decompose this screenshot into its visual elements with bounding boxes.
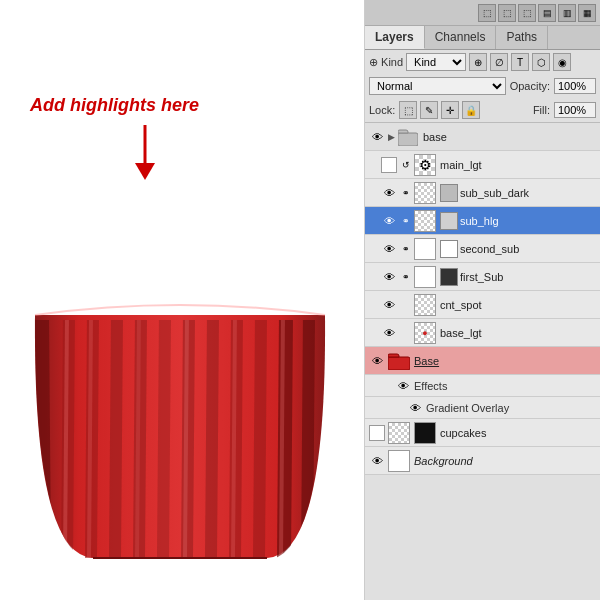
Base-group-header[interactable]: 👁 Base: [365, 347, 600, 375]
toolbar-icon-3[interactable]: ⬚: [518, 4, 536, 22]
effects-row: 👁 Effects: [365, 375, 600, 397]
background-thumb: [388, 450, 410, 472]
gradient-visibility[interactable]: 👁: [407, 400, 423, 416]
cnt-spot-link: [400, 297, 412, 313]
Base-group-name: Base: [414, 355, 596, 367]
effects-visibility[interactable]: 👁: [395, 378, 411, 394]
kind-label: ⊕ Kind: [369, 56, 403, 69]
lock-transparency-icon[interactable]: ⬚: [399, 101, 417, 119]
cupcakes-thumb: [388, 422, 410, 444]
cupcake-illustration: [15, 290, 345, 570]
lock-paint-icon[interactable]: ✎: [420, 101, 438, 119]
main-lgt-name: main_lgt: [440, 159, 596, 171]
sub-sub-dark-mask: [440, 184, 458, 202]
layer-cnt-spot[interactable]: 👁 cnt_spot: [365, 291, 600, 319]
layer-background[interactable]: 👁 Background: [365, 447, 600, 475]
second-sub-link: ⚭: [400, 241, 412, 257]
base-lgt-visibility[interactable]: 👁: [381, 325, 397, 341]
main-lgt-thumb: ⚙: [414, 154, 436, 176]
fill-input[interactable]: [554, 102, 596, 118]
panel-tabs: Layers Channels Paths: [365, 26, 600, 50]
main-lgt-visibility[interactable]: [381, 157, 397, 173]
second-sub-mask: [440, 240, 458, 258]
base-group-name: base: [423, 131, 596, 143]
kind-icon-4[interactable]: ◉: [553, 53, 571, 71]
layer-sub-sub-dark[interactable]: 👁 ⚭ sub_sub_dark: [365, 179, 600, 207]
gradient-label: Gradient Overlay: [426, 402, 509, 414]
layer-main-lgt[interactable]: ↺ ⚙ main_lgt: [365, 151, 600, 179]
kind-icon-T[interactable]: T: [511, 53, 529, 71]
sub-sub-dark-thumb: [414, 182, 436, 204]
second-sub-thumb: [414, 238, 436, 260]
toolbar-icon-4[interactable]: ▤: [538, 4, 556, 22]
base-folder-icon: [397, 126, 419, 148]
lock-label: Lock:: [369, 104, 395, 116]
tab-paths[interactable]: Paths: [496, 26, 548, 49]
cupcakes-name: cupcakes: [440, 427, 596, 439]
base-lgt-link: [400, 325, 412, 341]
layer-first-sub[interactable]: 👁 ⚭ first_Sub: [365, 263, 600, 291]
toolbar-icon-6[interactable]: ▦: [578, 4, 596, 22]
first-sub-visibility[interactable]: 👁: [381, 269, 397, 285]
kind-icon-2[interactable]: ∅: [490, 53, 508, 71]
first-sub-name: first_Sub: [460, 271, 596, 283]
Base-visibility-icon[interactable]: 👁: [369, 353, 385, 369]
layer-second-sub[interactable]: 👁 ⚭ second_sub: [365, 235, 600, 263]
sub-sub-dark-visibility[interactable]: 👁: [381, 185, 397, 201]
panel-toolbar: ⬚ ⬚ ⬚ ▤ ▥ ▦: [365, 0, 600, 26]
effects-label: Effects: [414, 380, 447, 392]
annotation-text: Add highlights here: [30, 95, 199, 116]
lock-move-icon[interactable]: ✛: [441, 101, 459, 119]
background-visibility[interactable]: 👁: [369, 453, 385, 469]
cupcakes-thumb2: [414, 422, 436, 444]
canvas-area: Add highlights here: [0, 0, 365, 600]
Base-folder-icon: [388, 350, 410, 372]
opacity-label: Opacity:: [510, 80, 550, 92]
sub-hlg-link: ⚭: [400, 213, 412, 229]
annotation-arrow: [125, 125, 165, 185]
second-sub-name: second_sub: [460, 243, 596, 255]
toolbar-icon-5[interactable]: ▥: [558, 4, 576, 22]
opacity-input[interactable]: [554, 78, 596, 94]
gradient-overlay-row: 👁 Gradient Overlay: [365, 397, 600, 419]
sub-sub-dark-name: sub_sub_dark: [460, 187, 596, 199]
main-lgt-link: ↺: [400, 157, 412, 173]
sub-sub-dark-link: ⚭: [400, 185, 412, 201]
lock-all-icon[interactable]: 🔒: [462, 101, 480, 119]
cupcakes-visibility[interactable]: [369, 425, 385, 441]
base-lgt-name: base_lgt: [440, 327, 596, 339]
toolbar-icon-2[interactable]: ⬚: [498, 4, 516, 22]
base-group-header[interactable]: 👁 ▶ base: [365, 123, 600, 151]
first-sub-mask: [440, 268, 458, 286]
layer-sub-hlg[interactable]: 👁 ⚭ sub_hlg: [365, 207, 600, 235]
layer-cupcakes[interactable]: cupcakes: [365, 419, 600, 447]
layers-panel: ⬚ ⬚ ⬚ ▤ ▥ ▦ Layers Channels Paths ⊕ Kind…: [365, 0, 600, 600]
sub-hlg-thumb: [414, 210, 436, 232]
base-lgt-thumb: ●: [414, 322, 436, 344]
sub-hlg-name: sub_hlg: [460, 215, 596, 227]
tab-layers[interactable]: Layers: [365, 26, 425, 49]
kind-icon-3[interactable]: ⬡: [532, 53, 550, 71]
first-sub-link: ⚭: [400, 269, 412, 285]
fill-label: Fill:: [533, 104, 550, 116]
layer-base-lgt[interactable]: 👁 ● base_lgt: [365, 319, 600, 347]
svg-marker-1: [135, 163, 155, 180]
kind-icon-1[interactable]: ⊕: [469, 53, 487, 71]
base-visibility-icon[interactable]: 👁: [369, 129, 385, 145]
toolbar-icon-1[interactable]: ⬚: [478, 4, 496, 22]
background-name: Background: [414, 455, 596, 467]
tab-channels[interactable]: Channels: [425, 26, 497, 49]
layers-list: 👁 ▶ base ↺ ⚙ main_lgt 👁 ⚭ sub_sub_dark: [365, 123, 600, 600]
sub-hlg-visibility[interactable]: 👁: [381, 213, 397, 229]
cnt-spot-thumb: [414, 294, 436, 316]
base-expand-arrow[interactable]: ▶: [388, 132, 395, 142]
cnt-spot-name: cnt_spot: [440, 299, 596, 311]
second-sub-visibility[interactable]: 👁: [381, 241, 397, 257]
cnt-spot-visibility[interactable]: 👁: [381, 297, 397, 313]
kind-select[interactable]: Kind: [406, 53, 466, 71]
first-sub-thumb: [414, 266, 436, 288]
sub-hlg-mask: [440, 212, 458, 230]
svg-rect-3: [388, 357, 410, 370]
panel-controls: ⊕ Kind Kind ⊕ ∅ T ⬡ ◉ Normal Multiply Sc…: [365, 50, 600, 123]
mode-select[interactable]: Normal Multiply Screen: [369, 77, 506, 95]
